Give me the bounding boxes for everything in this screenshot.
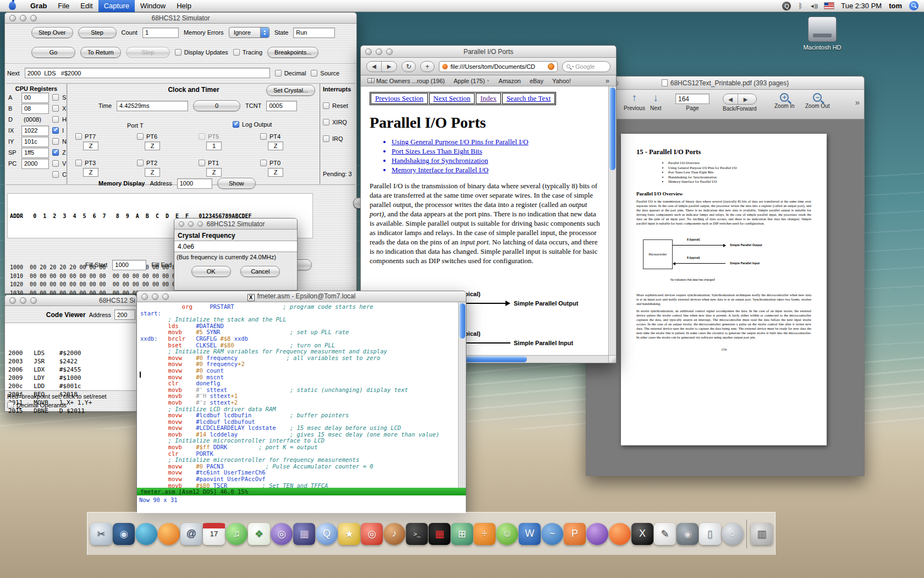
menu-item[interactable]: Edit — [75, 0, 98, 12]
checkbox-icon[interactable] — [75, 160, 82, 166]
disassembly-line[interactable]: 2003 JSR $2422 — [8, 357, 136, 366]
code-address-field[interactable]: 200 — [114, 309, 135, 320]
cancel-button[interactable]: Cancel — [240, 266, 280, 277]
crystal-frequency-field[interactable]: 4.0e6 — [174, 241, 297, 252]
vertical-scrollbar[interactable] — [608, 86, 616, 356]
zoom-icon[interactable] — [30, 15, 37, 21]
close-icon[interactable] — [9, 297, 16, 304]
zoom-out-button[interactable]: −Zoom Out — [805, 92, 829, 109]
add-bookmark-button[interactable]: + — [420, 61, 435, 72]
simulator-titlebar[interactable]: 68HCS12 Simulator — [5, 13, 356, 24]
resize-grip[interactable] — [608, 355, 616, 363]
tracing-checkbox[interactable]: Tracing — [233, 49, 262, 56]
zoom-in-button[interactable]: +Zoom In — [774, 92, 795, 109]
minimize-icon[interactable] — [376, 48, 382, 55]
port-pin-value[interactable]: Z — [268, 168, 283, 177]
scrollbar-thumb[interactable] — [459, 303, 465, 339]
dock-icon-limewire[interactable]: ☺ — [496, 523, 518, 545]
dock-icon-stuffit[interactable] — [609, 523, 631, 545]
register-value[interactable]: 2000 — [21, 159, 49, 169]
toc-item[interactable]: Using General Purpose I/O Pins for Paral… — [392, 137, 601, 146]
source-checkbox[interactable]: Source — [311, 70, 339, 77]
checkbox-icon[interactable] — [323, 119, 329, 126]
dock-icon-grab[interactable]: ✂ — [90, 523, 112, 545]
minimize-icon[interactable] — [152, 293, 158, 300]
register-value[interactable]: 00 — [21, 92, 49, 103]
address-bar[interactable]: file:///Users/tom/Documents/CD — [439, 61, 558, 72]
step-button[interactable]: Step — [78, 27, 117, 38]
zoom-icon[interactable] — [197, 221, 203, 227]
menu-clock[interactable]: Tue 2:30 PM — [841, 2, 882, 10]
pdf-preview-window[interactable]: 68HCS12Text_Printable.pdf (393 pages) ↑P… — [586, 76, 865, 476]
dock-icon-terminal[interactable]: >_ — [406, 523, 428, 545]
decimal-checkbox[interactable]: Decimal — [275, 70, 306, 77]
checkbox-icon[interactable] — [175, 49, 182, 56]
back-forward-buttons[interactable]: ◀▶ — [366, 61, 397, 72]
menu-item[interactable]: Capture — [98, 0, 135, 12]
dock-icon-dvd-player[interactable] — [586, 523, 608, 545]
zoom-icon[interactable] — [386, 48, 393, 55]
interrupt-checkbox[interactable]: XIRQ — [323, 119, 348, 126]
close-icon[interactable] — [179, 221, 184, 227]
dock-icon-remote-desktop[interactable]: ⊞ — [451, 523, 473, 545]
zoom-icon[interactable] — [30, 297, 37, 304]
dock-icon-ical[interactable]: 17 — [203, 523, 225, 545]
time-field[interactable]: 4.42529ms — [117, 101, 188, 111]
dialog-titlebar[interactable]: 68HCS12 Simulator — [174, 219, 297, 230]
bookmark-item[interactable]: Amazon▼ — [499, 78, 521, 84]
port-pin-value[interactable]: Z — [206, 168, 222, 177]
log-output-checkbox[interactable]: Log Output — [233, 121, 272, 128]
nav-link[interactable]: Next Section — [429, 93, 475, 104]
memory-address-field[interactable]: 1000 — [177, 178, 212, 189]
fill-start-field[interactable]: 1000 — [112, 260, 146, 270]
checkbox-icon[interactable] — [260, 160, 267, 166]
code-viewer-titlebar[interactable]: 68HCS12 Si — [5, 295, 136, 306]
flag-checkbox[interactable] — [52, 127, 59, 134]
window-lights[interactable] — [141, 293, 169, 300]
window-lights[interactable] — [9, 15, 37, 21]
dock-icon-internet-globe[interactable] — [135, 523, 157, 545]
interrupt-checkbox[interactable]: IRQ — [323, 135, 348, 142]
flag-checkbox[interactable] — [52, 149, 59, 156]
minimize-icon[interactable] — [20, 297, 26, 304]
checkbox-icon[interactable] — [137, 160, 144, 166]
checkbox-icon[interactable] — [7, 402, 14, 408]
dock-icon-garageband[interactable]: ♪ — [383, 523, 405, 545]
forward-icon[interactable]: ▶ — [738, 94, 753, 104]
nav-link[interactable]: Previous Section — [371, 93, 428, 104]
flag-checkbox[interactable] — [52, 94, 59, 101]
register-value[interactable]: 101c — [21, 137, 49, 147]
next-page-button[interactable]: ↓Next — [650, 92, 662, 111]
dock-icon-final-cut[interactable]: ▦ — [293, 523, 315, 545]
pdf-titlebar[interactable]: 68HCS12Text_Printable.pdf (393 pages) — [586, 77, 864, 90]
close-icon[interactable] — [9, 15, 16, 21]
port-pin-value[interactable]: Z — [83, 168, 98, 177]
register-value[interactable]: (0008) — [21, 114, 49, 125]
bluetooth-icon[interactable]: ᛒ — [798, 2, 802, 10]
port-pin-value[interactable]: Z — [268, 141, 283, 150]
snapback-icon[interactable] — [548, 63, 554, 70]
register-value[interactable]: 08 — [21, 103, 49, 114]
checkbox-icon[interactable] — [323, 102, 329, 109]
checkbox-icon[interactable] — [311, 70, 317, 77]
window-lights[interactable] — [179, 221, 203, 227]
dock-icon-disk-burner[interactable]: ○ — [722, 523, 744, 545]
register-value[interactable]: 1ff5 — [21, 148, 49, 158]
checkbox-icon[interactable] — [233, 49, 240, 56]
menu-item[interactable]: File — [52, 0, 75, 12]
back-icon[interactable]: ◀ — [723, 94, 738, 104]
register-value[interactable] — [21, 170, 49, 180]
crystal-frequency-dialog[interactable]: 68HCS12 Simulator Crystal Frequency 4.0e… — [174, 218, 298, 291]
decimal-operands-checkbox[interactable]: Decimal Operands — [7, 402, 67, 408]
dock-icon-mail[interactable]: @ — [180, 523, 202, 545]
interrupt-checkbox[interactable]: Reset — [323, 102, 348, 109]
dock-icon-idvd[interactable]: ◎ — [271, 523, 293, 545]
port-pin-value[interactable]: Z — [145, 141, 160, 150]
count-field[interactable]: 1 — [142, 28, 179, 38]
toc-link[interactable]: Memory Interface for Parallel I/O — [392, 166, 488, 174]
port-pin-checkbox[interactable]: PT4 — [260, 133, 321, 140]
toolbar-overflow-chevron[interactable]: » — [855, 97, 860, 107]
code-editor-area[interactable]: org PRSTART ; program code starts herest… — [137, 302, 458, 488]
volume-icon[interactable]: ◄))) — [810, 3, 817, 9]
fast-user-switch-label[interactable]: tom — [889, 2, 902, 10]
